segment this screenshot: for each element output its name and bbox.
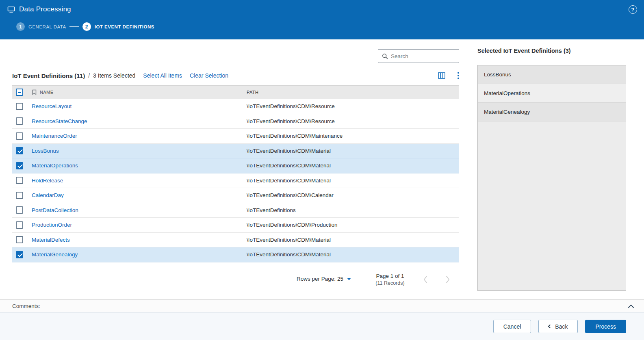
chevron-left-icon [548, 325, 552, 329]
comments-label: Comments: [12, 303, 40, 309]
table-toolbar: IoT Event Definitions (11) / 3 Items Sel… [12, 69, 459, 82]
rows-per-page-value: 25 [337, 276, 343, 282]
page-info: Page 1 of 1 (11 Records) [364, 273, 416, 286]
table-row[interactable]: ProductionOrder \IoTEventDefinitions\CDM… [12, 218, 459, 233]
row-path: \IoTEventDefinitions\CDM\Resource [247, 118, 459, 124]
row-checkbox[interactable] [16, 206, 23, 214]
row-path: \IoTEventDefinitions [247, 207, 459, 213]
row-name-link[interactable]: CalendarDay [32, 192, 64, 198]
selected-definitions-panel: Selected IoT Event Definitions (3) LossB… [477, 48, 626, 291]
app-icon [7, 6, 15, 13]
clear-selection-link[interactable]: Clear Selection [190, 72, 228, 79]
flag-column-icon [32, 89, 37, 95]
collapse-chevron-icon[interactable] [628, 304, 634, 308]
selected-panel-title: Selected IoT Event Definitions (3) [477, 48, 626, 54]
step-iot-event-definitions[interactable]: 2 IOT EVENT DEFINITIONS [82, 22, 154, 31]
selected-count-text: 3 Items Selected [93, 72, 135, 79]
row-checkbox[interactable] [16, 147, 23, 154]
row-name-link[interactable]: MaterialDefects [32, 237, 70, 243]
path-column-header: PATH [247, 90, 459, 95]
table-header-row: NAME PATH [12, 85, 459, 99]
wizard-steps: 1 GENERAL DATA 2 IOT EVENT DEFINITIONS [16, 22, 154, 31]
table-row[interactable]: PostDataCollection \IoTEventDefinitions [12, 203, 459, 218]
step-number: 2 [82, 22, 91, 31]
row-path: \IoTEventDefinitions\CDM\Material [247, 178, 459, 184]
table-title: IoT Event Definitions (11) [12, 72, 85, 79]
row-path: \IoTEventDefinitions\CDM\Material [247, 148, 459, 154]
footer-bar: Cancel Back Process [0, 312, 644, 340]
selected-item: LossBonus [478, 65, 626, 84]
overflow-menu-icon[interactable] [458, 72, 459, 79]
table-body: ResourceLayout \IoTEventDefinitions\CDM\… [12, 99, 459, 262]
help-icon[interactable]: ? [629, 5, 637, 14]
select-all-checkbox[interactable] [16, 89, 23, 96]
row-path: \IoTEventDefinitions\CDM\Calendar [247, 192, 459, 198]
previous-page-icon[interactable] [423, 275, 428, 286]
app-header: Data Processing ? 1 GENERAL DATA 2 IOT E… [0, 0, 644, 39]
row-checkbox[interactable] [16, 132, 23, 140]
table-row[interactable]: MaterialGenealogy \IoTEventDefinitions\C… [12, 247, 459, 262]
step-label: GENERAL DATA [28, 24, 66, 29]
page-title: Data Processing [19, 5, 71, 13]
row-checkbox[interactable] [16, 221, 23, 229]
table-row[interactable]: MaterialOperations \IoTEventDefinitions\… [12, 158, 459, 173]
table-row[interactable]: MaintenanceOrder \IoTEventDefinitions\CD… [12, 129, 459, 144]
row-checkbox[interactable] [16, 103, 23, 110]
row-path: \IoTEventDefinitions\CDM\Resource [247, 103, 459, 109]
title-separator: / [88, 72, 90, 79]
process-button[interactable]: Process [585, 320, 626, 333]
row-name-link[interactable]: HoldRelease [32, 178, 63, 184]
selected-item: MaterialOperations [478, 84, 626, 103]
records-label: (11 Records) [364, 280, 416, 286]
row-name-link[interactable]: ResourceLayout [32, 103, 72, 109]
row-name-link[interactable]: LossBonus [32, 148, 59, 154]
row-name-link[interactable]: ResourceStateChange [32, 118, 87, 124]
pagination-bar: Rows per Page:25 Page 1 of 1 (11 Records… [12, 271, 459, 292]
next-page-icon[interactable] [445, 275, 451, 286]
row-name-link[interactable]: MaterialOperations [32, 162, 78, 169]
row-path: \IoTEventDefinitions\CDM\Material [247, 251, 459, 258]
back-button[interactable]: Back [538, 320, 578, 333]
column-settings-icon[interactable] [438, 72, 445, 79]
row-checkbox[interactable] [16, 251, 23, 258]
select-all-link[interactable]: Select All Items [143, 72, 182, 79]
row-name-link[interactable]: MaintenanceOrder [32, 133, 77, 139]
selected-item: MaterialGenealogy [478, 103, 626, 121]
table-row[interactable]: ResourceLayout \IoTEventDefinitions\CDM\… [12, 99, 459, 114]
name-column-header: NAME [40, 90, 53, 95]
step-general-data[interactable]: 1 GENERAL DATA [16, 22, 66, 31]
iot-event-definitions-table: NAME PATH ResourceLayout \IoTEventDefini… [12, 85, 459, 262]
chevron-down-icon [347, 278, 351, 280]
row-name-link[interactable]: MaterialGenealogy [32, 251, 78, 258]
table-row[interactable]: LossBonus \IoTEventDefinitions\CDM\Mater… [12, 144, 459, 159]
table-row[interactable]: ResourceStateChange \IoTEventDefinitions… [12, 114, 459, 129]
row-path: \IoTEventDefinitions\CDM\Material [247, 162, 459, 169]
row-path: \IoTEventDefinitions\CDM\Maintenance [247, 133, 459, 139]
row-name-link[interactable]: ProductionOrder [32, 222, 72, 228]
table-row[interactable]: HoldRelease \IoTEventDefinitions\CDM\Mat… [12, 173, 459, 188]
back-button-label: Back [555, 323, 568, 330]
row-checkbox[interactable] [16, 117, 23, 125]
row-checkbox[interactable] [16, 162, 23, 169]
row-path: \IoTEventDefinitions\CDM\Production [247, 222, 459, 228]
comments-section: Comments: [0, 299, 644, 312]
step-number: 1 [16, 22, 25, 31]
page-label: Page 1 of 1 [364, 273, 416, 279]
step-label: IOT EVENT DEFINITIONS [95, 24, 154, 29]
row-checkbox[interactable] [16, 236, 23, 243]
row-checkbox[interactable] [16, 192, 23, 199]
table-row[interactable]: MaterialDefects \IoTEventDefinitions\CDM… [12, 233, 459, 248]
search-icon [382, 53, 388, 59]
selected-items-list: LossBonusMaterialOperationsMaterialGenea… [477, 65, 626, 291]
search-input[interactable] [391, 53, 463, 59]
search-box [378, 49, 459, 63]
row-path: \IoTEventDefinitions\CDM\Material [247, 237, 459, 243]
table-row[interactable]: CalendarDay \IoTEventDefinitions\CDM\Cal… [12, 188, 459, 203]
cancel-button[interactable]: Cancel [493, 320, 531, 333]
rows-per-page-label: Rows per Page: [297, 276, 336, 282]
row-name-link[interactable]: PostDataCollection [32, 207, 78, 213]
step-connector [69, 26, 79, 27]
row-checkbox[interactable] [16, 177, 23, 184]
rows-per-page-dropdown[interactable]: Rows per Page:25 [297, 276, 351, 282]
